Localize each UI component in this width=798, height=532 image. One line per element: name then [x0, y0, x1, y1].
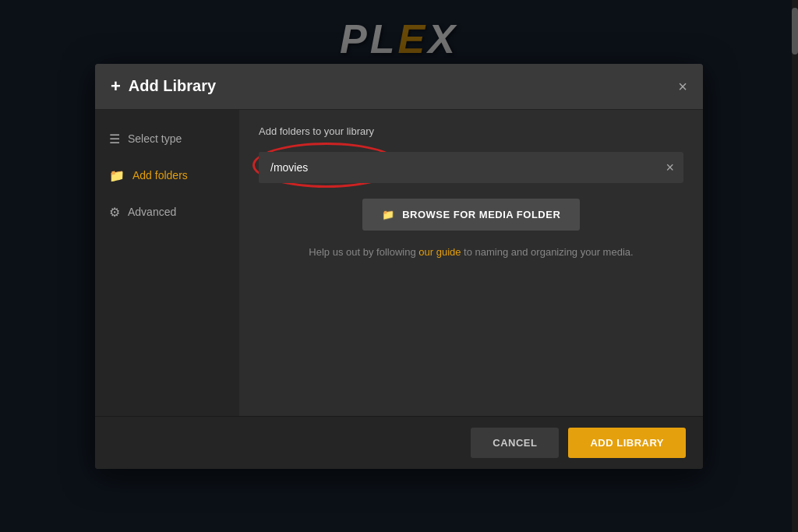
sidebar-item-label-add-folders: Add folders — [132, 169, 188, 181]
folder-clear-button[interactable]: × — [656, 154, 683, 181]
scrollbar-thumb — [792, 8, 798, 55]
our-guide-link[interactable]: our guide — [418, 246, 461, 258]
sidebar-item-label-select-type: Select type — [128, 132, 182, 145]
help-text-after: to naming and organizing your media. — [461, 246, 634, 258]
browse-icon: 📁 — [382, 209, 395, 220]
modal-header: + Add Library × — [95, 64, 703, 110]
modal-title-text: Add Library — [129, 77, 216, 95]
content-area: Add folders to your library × 📁 BROWSE F… — [239, 110, 703, 416]
list-icon: ☰ — [109, 132, 120, 146]
sidebar-item-select-type[interactable]: ☰ Select type — [95, 122, 239, 157]
section-label: Add folders to your library — [259, 125, 683, 137]
add-library-modal: + Add Library × ☰ Select type 📁 Add fold… — [95, 64, 703, 469]
help-text-before: Help us out by following — [309, 246, 418, 258]
modal-overlay: + Add Library × ☰ Select type 📁 Add fold… — [0, 0, 798, 532]
browse-button-label: BROWSE FOR MEDIA FOLDER — [402, 209, 560, 220]
add-library-button[interactable]: ADD LIBRARY — [568, 428, 686, 458]
browse-media-folder-button[interactable]: 📁 BROWSE FOR MEDIA FOLDER — [362, 199, 581, 231]
sidebar: ☰ Select type 📁 Add folders ⚙ Advanced — [95, 110, 239, 416]
plus-icon: + — [111, 76, 121, 97]
cancel-button[interactable]: CANCEL — [471, 428, 559, 458]
modal-body: ☰ Select type 📁 Add folders ⚙ Advanced A… — [95, 110, 703, 416]
folder-icon: 📁 — [109, 168, 125, 183]
folder-row-wrapper: × — [259, 152, 683, 183]
scrollbar[interactable] — [792, 0, 798, 532]
sidebar-item-advanced[interactable]: ⚙ Advanced — [95, 195, 239, 230]
help-text: Help us out by following our guide to na… — [259, 246, 683, 258]
gear-icon: ⚙ — [109, 205, 120, 220]
sidebar-item-add-folders[interactable]: 📁 Add folders — [95, 158, 239, 193]
sidebar-item-label-advanced: Advanced — [128, 206, 176, 218]
modal-footer: CANCEL ADD LIBRARY — [95, 416, 703, 469]
folder-path-input[interactable] — [259, 152, 656, 183]
modal-close-button[interactable]: × — [678, 79, 687, 94]
modal-title: + Add Library — [111, 76, 216, 97]
folder-row: × — [259, 152, 683, 183]
